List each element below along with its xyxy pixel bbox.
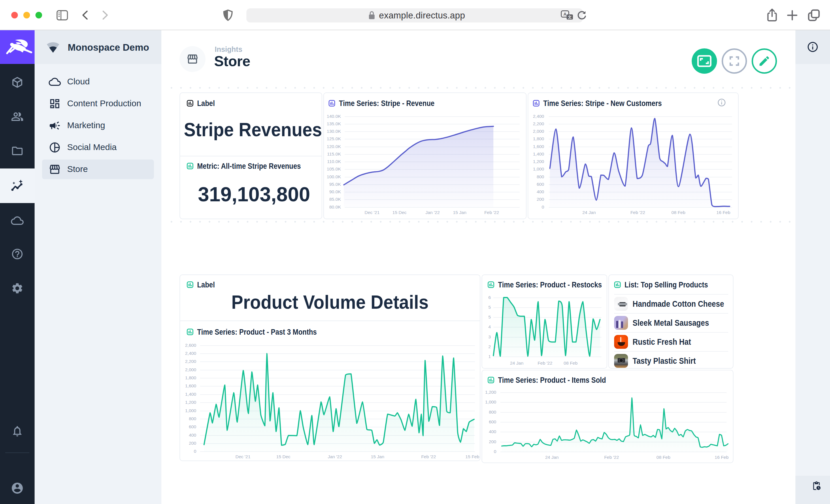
svg-text:A: A <box>564 11 567 16</box>
svg-text:文: 文 <box>568 15 572 19</box>
